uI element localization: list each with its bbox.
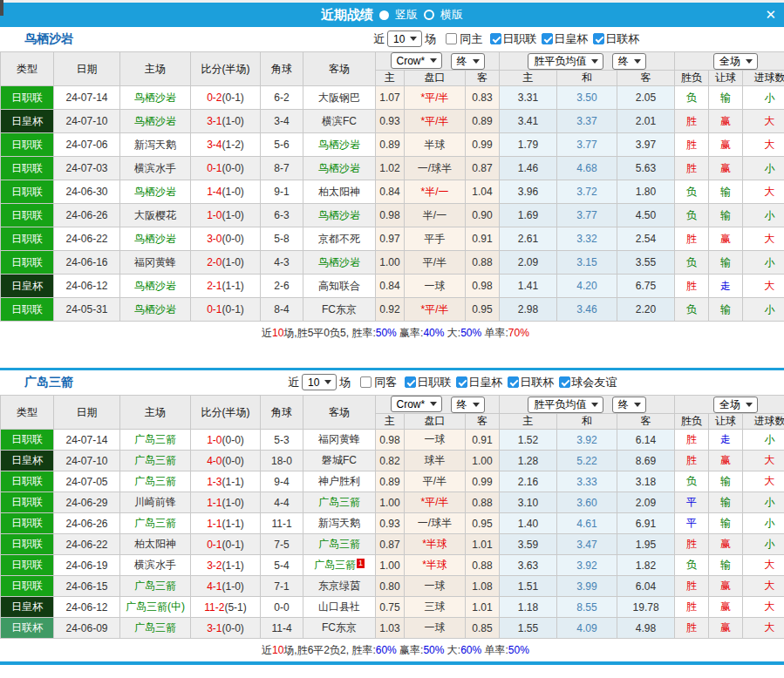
checkbox-checked-icon[interactable] <box>405 376 416 388</box>
league-filter-group: 日职联日皇杯日联杯球会友谊 <box>399 375 617 390</box>
horizontal-layout-label[interactable]: 横版 <box>440 7 463 23</box>
sub-col-avg-away: 客 <box>617 71 675 86</box>
avg-group-header: 胜平负均值 终 <box>500 52 675 71</box>
fulltime-select[interactable]: 全场 <box>713 397 758 413</box>
match-row: 日皇杯24-06-12鸟栖沙岩2-1(1-1)2-6高知联合0.84一球0.98… <box>1 275 784 298</box>
match-date: 24-06-29 <box>54 492 120 513</box>
scrollbar-fragment <box>0 0 3 16</box>
checkbox-checked-icon[interactable] <box>456 376 467 388</box>
corner-score: 9-4 <box>261 471 303 492</box>
corner-score: 6-2 <box>261 86 303 110</box>
league-filter-item[interactable]: 日皇杯 <box>456 375 502 390</box>
fulltime-score: 2-0 <box>207 256 222 268</box>
halftime-score: (1-0) <box>222 580 244 593</box>
final-avg-select[interactable]: 终 <box>612 53 646 70</box>
checkbox-checked-icon[interactable] <box>508 376 519 388</box>
final-odds-select[interactable]: 终 <box>451 53 485 70</box>
col-date: 日期 <box>54 396 120 430</box>
summary-segment: 50% <box>376 327 397 339</box>
fulltime-select[interactable]: 全场 <box>713 53 758 70</box>
league-badge: 日职联 <box>1 227 54 251</box>
home-odds: 0.84 <box>376 180 405 204</box>
away-team: 柏太阳神 <box>303 180 376 204</box>
avg-away-odds: 2.05 <box>617 86 675 110</box>
vertical-layout-label[interactable]: 竖版 <box>395 7 418 23</box>
avg-home-odds: 1.28 <box>500 451 557 471</box>
match-result: 平 <box>675 513 709 534</box>
final-odds-select[interactable]: 终 <box>451 397 485 413</box>
home-team: 横滨水手 <box>120 555 191 576</box>
handicap-line: 一/球半 <box>405 157 466 180</box>
horizontal-layout-radio[interactable] <box>424 10 434 20</box>
checkbox-checked-icon[interactable] <box>593 33 604 44</box>
match-count-select[interactable]: 10 <box>387 31 422 47</box>
handicap-line: 一球 <box>405 576 466 597</box>
match-row: 日职联24-07-14鸟栖沙岩0-2(0-1)6-2大阪钢巴1.07*平/半0.… <box>1 86 784 110</box>
checkbox-checked-icon[interactable] <box>542 33 553 44</box>
home-team: 横滨水手 <box>120 157 191 180</box>
halftime-score: (1-1) <box>222 476 244 488</box>
handicap-line: 一球 <box>405 618 466 639</box>
league-filter-item[interactable]: 日职联 <box>490 31 536 47</box>
goals-result: 大 <box>743 227 784 251</box>
summary-segment: 40% <box>423 327 444 339</box>
halftime-score: (1-0) <box>222 186 244 198</box>
league-badge: 日皇杯 <box>1 110 54 133</box>
match-count-value: 10 <box>308 376 319 389</box>
goals-result: 大 <box>743 110 784 133</box>
avg-away-odds: 2.20 <box>617 298 675 322</box>
home-team: 广岛三箭 <box>120 451 191 471</box>
halftime-score: (0-0) <box>222 162 244 174</box>
home-team: 鸟栖沙岩 <box>120 275 191 298</box>
away-team: 福冈黄蜂 <box>303 430 376 451</box>
avg-away-odds: 1.80 <box>617 180 675 204</box>
halftime-score: (0-1) <box>222 539 244 551</box>
bookmaker-value: Crow* <box>397 55 426 67</box>
sub-col-home-odds: 主 <box>376 414 405 430</box>
fulltime-score: 0-2 <box>207 92 222 104</box>
avg-odds-select[interactable]: 胜平负均值 <box>528 53 603 70</box>
bookmaker-select[interactable]: Crow* <box>391 52 443 69</box>
home-odds: 0.80 <box>376 576 405 597</box>
match-count-select[interactable]: 10 <box>302 374 337 390</box>
match-result: 胜 <box>675 451 709 471</box>
league-filter-item[interactable]: 日职联 <box>405 375 451 390</box>
match-result: 负 <box>675 471 709 492</box>
same-venue-label: 同主 <box>460 31 482 47</box>
avg-draw-odds: 4.61 <box>557 513 617 534</box>
avg-home-odds: 1.52 <box>500 430 557 451</box>
summary-segment: 大: <box>444 327 460 339</box>
col-home: 主场 <box>120 52 191 86</box>
vertical-layout-radio[interactable] <box>379 10 389 20</box>
halftime-score: (1-1) <box>222 518 244 530</box>
league-filter-item[interactable]: 日联杯 <box>593 31 639 47</box>
match-score: 0-2(0-1) <box>191 86 261 110</box>
avg-odds-select[interactable]: 胜平负均值 <box>528 397 603 413</box>
avg-odds-value: 胜平负均值 <box>534 397 586 412</box>
same-venue-checkbox[interactable] <box>446 33 457 44</box>
league-filter-label: 日职联 <box>502 31 536 47</box>
goals-result: 大 <box>743 555 784 576</box>
match-result: 胜 <box>675 597 709 618</box>
match-result: 负 <box>675 298 709 322</box>
match-result: 胜 <box>675 275 709 298</box>
league-filter-item[interactable]: 球会友谊 <box>559 375 617 390</box>
close-icon[interactable]: ✕ <box>765 7 776 23</box>
chevron-down-icon <box>591 403 598 407</box>
away-team: 高知联合 <box>303 275 376 298</box>
same-venue-checkbox[interactable] <box>360 376 372 388</box>
chevron-down-icon <box>430 58 437 63</box>
corner-score: 11-4 <box>261 618 303 639</box>
bookmaker-select[interactable]: Crow* <box>391 396 443 412</box>
home-team: 新泻天鹅 <box>120 133 191 157</box>
away-odds: 0.95 <box>466 513 500 534</box>
league-filter-item[interactable]: 日皇杯 <box>542 31 588 47</box>
summary-segment: 近 <box>262 327 272 339</box>
checkbox-checked-icon[interactable] <box>490 33 501 44</box>
final-avg-select[interactable]: 终 <box>612 397 646 413</box>
col-corner: 角球 <box>261 52 303 86</box>
league-filter-item[interactable]: 日联杯 <box>508 375 554 390</box>
match-row: 日职联24-07-14广岛三箭1-0(0-0)5-3福冈黄蜂0.98一球0.91… <box>1 430 784 451</box>
league-badge: 日职联 <box>1 534 54 555</box>
checkbox-checked-icon[interactable] <box>559 376 570 388</box>
